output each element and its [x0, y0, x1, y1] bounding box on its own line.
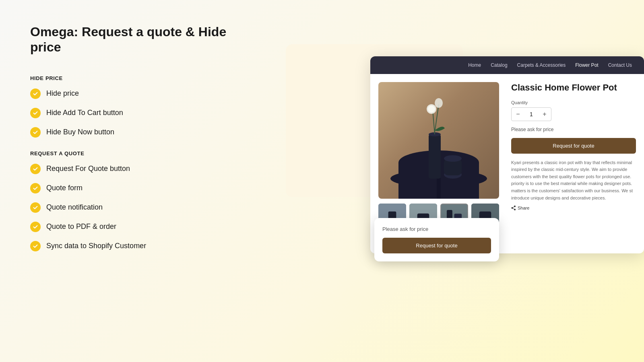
check-icon — [30, 183, 41, 193]
product-main-image — [378, 82, 499, 199]
check-icon — [30, 108, 41, 118]
request-quote-heading: REQUEST A QUOTE — [30, 150, 231, 156]
svg-point-6 — [444, 155, 462, 162]
feature-label: Quote to PDF & order — [46, 222, 116, 231]
nav-item-catalog[interactable]: Catalog — [491, 62, 507, 68]
check-icon — [30, 222, 41, 232]
list-item: Hide Add To Cart button — [30, 108, 231, 118]
nav-item-flower-pot[interactable]: Flower Pot — [575, 62, 598, 68]
product-info: Classic Home Flower Pot Quantity − 1 + P… — [507, 74, 644, 253]
right-panel: Home Catalog Carpets & Accessories Flowe… — [350, 56, 644, 265]
check-icon — [30, 88, 41, 99]
share-label[interactable]: Share — [518, 206, 529, 210]
quantity-value: 1 — [524, 111, 538, 117]
left-panel: Omega: Request a quote & Hide price HIDE… — [30, 24, 231, 260]
check-icon — [30, 241, 41, 251]
hide-price-list: Hide price Hide Add To Cart button Hide … — [30, 88, 231, 138]
list-item: Request For Quote button — [30, 164, 231, 174]
feature-label: Hide Buy Now button — [46, 128, 114, 136]
quantity-label: Quantity — [511, 100, 636, 105]
list-item: Hide Buy Now button — [30, 127, 231, 138]
share-link[interactable]: Share — [511, 206, 636, 210]
list-item: Quote notification — [30, 202, 231, 213]
nav-item-contact[interactable]: Contact Us — [608, 62, 632, 68]
list-item: Sync data to Shopify Customer — [30, 241, 231, 251]
request-quote-list: Request For Quote button Quote form Quot… — [30, 164, 231, 251]
check-icon — [30, 127, 41, 138]
product-description: Kyari presents a classic iron pot with t… — [511, 159, 636, 202]
feature-label: Hide Add To Cart button — [46, 109, 123, 117]
svg-point-11 — [435, 98, 443, 108]
quote-popup: Please ask for price Request for quote — [374, 218, 499, 261]
store-nav: Home Catalog Carpets & Accessories Flowe… — [370, 56, 644, 74]
ask-price-text: Please ask for price — [511, 127, 636, 132]
feature-label: Hide price — [46, 89, 79, 98]
product-title: Classic Home Flower Pot — [511, 82, 636, 94]
list-item: Quote to PDF & order — [30, 222, 231, 232]
hide-price-heading: HIDE PRICE — [30, 75, 231, 81]
svg-rect-1 — [437, 178, 441, 199]
list-item: Hide price — [30, 88, 231, 99]
svg-rect-2 — [429, 134, 441, 179]
feature-label: Request For Quote button — [46, 165, 130, 173]
popup-ask-price-text: Please ask for price — [382, 226, 491, 232]
check-icon — [30, 202, 41, 213]
rfq-button[interactable]: Request for quote — [511, 138, 636, 154]
page-title: Omega: Request a quote & Hide price — [30, 24, 231, 55]
feature-label: Sync data to Shopify Customer — [46, 242, 146, 250]
request-quote-section: REQUEST A QUOTE Request For Quote button… — [30, 150, 231, 251]
list-item: Quote form — [30, 183, 231, 193]
popup-rfq-button[interactable]: Request for quote — [382, 238, 491, 253]
check-icon — [30, 164, 41, 174]
svg-line-7 — [433, 110, 435, 134]
feature-label: Quote notification — [46, 203, 103, 212]
hide-price-section: HIDE PRICE Hide price Hide Add To Cart b… — [30, 75, 231, 138]
nav-item-carpets[interactable]: Carpets & Accessories — [517, 62, 566, 68]
quantity-control: − 1 + — [511, 107, 551, 121]
quantity-decrease-button[interactable]: − — [512, 108, 524, 121]
quantity-increase-button[interactable]: + — [538, 108, 551, 121]
nav-item-home[interactable]: Home — [468, 62, 481, 68]
svg-point-9 — [428, 105, 435, 113]
feature-label: Quote form — [46, 184, 83, 192]
